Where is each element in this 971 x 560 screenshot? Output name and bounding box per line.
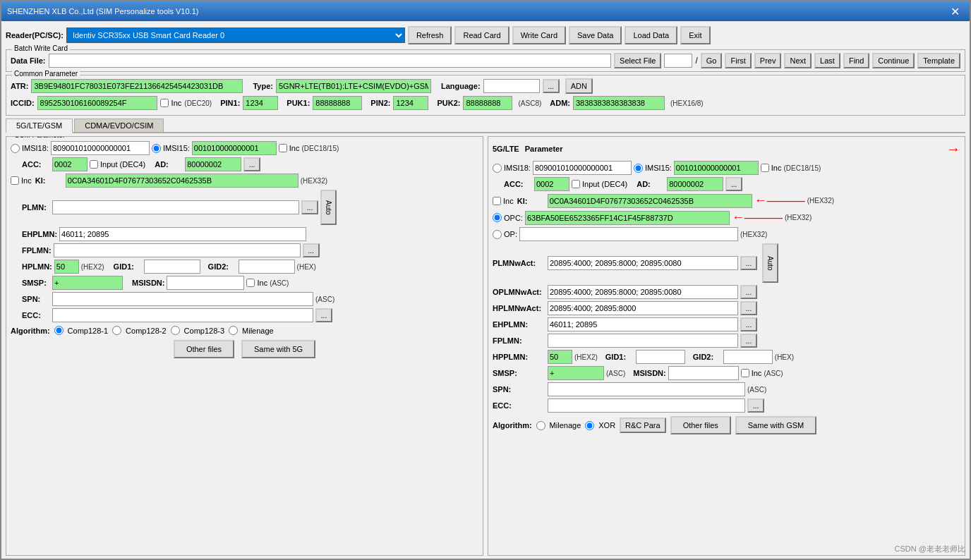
adm-input[interactable] (573, 96, 665, 110)
gsm-msisdn-input[interactable] (167, 276, 244, 290)
lte-ehplmn-input[interactable] (548, 317, 738, 331)
continue-button[interactable]: Continue (872, 53, 915, 68)
gsm-imsi18-input[interactable] (51, 141, 150, 155)
lte-oplmnwact-ellipsis[interactable]: ... (740, 285, 757, 299)
close-button[interactable]: ✕ (946, 4, 964, 20)
last-button[interactable]: Last (814, 53, 840, 68)
lte-ecc-input[interactable] (548, 398, 745, 413)
lte-milenage-radio[interactable] (536, 421, 545, 430)
adn-button[interactable]: ADN (565, 78, 593, 94)
gsm-hplmn-input[interactable] (54, 260, 79, 274)
lte-ehplmn-ellipsis[interactable]: ... (740, 317, 757, 331)
lte-other-files-button[interactable]: Other files (670, 416, 731, 434)
template-button[interactable]: Template (917, 53, 960, 68)
type-input[interactable] (276, 79, 431, 93)
lte-imsi18-input[interactable] (533, 161, 632, 175)
read-card-button[interactable]: Read Card (454, 26, 509, 44)
language-ellipsis[interactable]: ... (543, 79, 560, 93)
first-button[interactable]: First (725, 53, 751, 68)
gsm-ehplmn-input[interactable] (59, 227, 306, 241)
batch-data-file-input[interactable] (49, 54, 612, 68)
atr-input[interactable] (31, 79, 243, 93)
language-input[interactable] (483, 79, 540, 93)
gsm-same-with-5g-button[interactable]: Same with 5G (241, 340, 315, 358)
go-button[interactable]: Go (701, 53, 723, 68)
lte-rc-para-button[interactable]: R&C Para (620, 418, 666, 433)
lte-ad-ellipsis[interactable]: ... (725, 177, 742, 191)
lte-auto-button[interactable]: Auto (762, 243, 778, 283)
lte-hplmnwact-ellipsis[interactable]: ... (740, 301, 757, 315)
lte-opc-input[interactable] (525, 211, 730, 225)
lte-acc-input[interactable] (534, 177, 569, 191)
gsm-imsi15-radio[interactable] (152, 144, 161, 153)
select-file-button[interactable]: Select File (614, 53, 661, 68)
lte-gid1-input[interactable] (636, 350, 685, 364)
gsm-ad-ellipsis[interactable]: ... (243, 157, 260, 171)
lte-fplmn-input[interactable] (548, 334, 738, 348)
gsm-auto-button[interactable]: Auto (320, 190, 337, 225)
gsm-fplmn-ellipsis[interactable]: ... (303, 243, 320, 257)
lte-op-radio[interactable] (493, 230, 502, 239)
gsm-comp128-1-radio[interactable] (54, 326, 64, 335)
gsm-input-dec4-check[interactable] (90, 160, 98, 169)
gsm-ad-input[interactable] (185, 157, 241, 171)
save-data-button[interactable]: Save Data (569, 26, 622, 44)
lte-same-with-gsm-button[interactable]: Same with GSM (735, 416, 816, 434)
lte-fplmn-ellipsis[interactable]: ... (740, 334, 757, 348)
lte-op-input[interactable] (519, 227, 738, 241)
puk1-input[interactable] (313, 96, 362, 110)
gsm-plmn-input[interactable] (52, 200, 299, 214)
lte-plmnwact-ellipsis[interactable]: ... (740, 256, 757, 270)
puk2-input[interactable] (463, 96, 512, 110)
prev-button[interactable]: Prev (754, 53, 782, 68)
lte-hplmnwact-input[interactable] (548, 301, 738, 315)
lte-input-dec4-check[interactable] (572, 180, 580, 188)
lte-ecc-ellipsis[interactable]: ... (747, 398, 764, 413)
load-data-button[interactable]: Load Data (625, 26, 677, 44)
lte-plmnwact-input[interactable] (548, 256, 738, 270)
lte-xor-radio[interactable] (585, 421, 594, 430)
gsm-ki-inc-check[interactable] (11, 176, 19, 185)
gsm-ecc-ellipsis[interactable]: ... (315, 308, 332, 322)
gsm-acc-input[interactable] (52, 157, 88, 171)
gsm-msisdn-inc-check[interactable] (246, 279, 255, 287)
next-button[interactable]: Next (784, 53, 812, 68)
lte-msisdn-inc-check[interactable] (741, 369, 749, 377)
lte-ad-input[interactable] (667, 177, 723, 191)
gsm-smsp-input[interactable] (52, 276, 123, 290)
tab-cdma-evdo-csim[interactable]: CDMA/EVDO/CSIM (74, 118, 164, 132)
gsm-gid2-input[interactable] (239, 260, 295, 274)
write-card-button[interactable]: Write Card (512, 26, 566, 44)
exit-button[interactable]: Exit (680, 26, 710, 44)
lte-gid2-input[interactable] (723, 350, 773, 364)
gsm-comp128-2-radio[interactable] (112, 326, 121, 335)
lte-msisdn-input[interactable] (668, 366, 739, 380)
gsm-fplmn-input[interactable] (54, 243, 301, 257)
gsm-other-files-button[interactable]: Other files (174, 340, 234, 358)
reader-select[interactable]: Identiv SCR35xx USB Smart Card Reader 0 (66, 28, 405, 43)
iccid-inc-check[interactable] (160, 99, 169, 107)
lte-ki-inc-check[interactable] (493, 197, 501, 205)
refresh-button[interactable]: Refresh (408, 26, 452, 44)
gsm-imsi-inc-check[interactable] (279, 144, 287, 152)
gsm-plmn-ellipsis[interactable]: ... (301, 200, 318, 214)
lte-smsp-input[interactable] (548, 366, 604, 380)
pin1-input[interactable] (243, 96, 278, 110)
lte-hpplmn-input[interactable] (548, 350, 572, 364)
pin2-input[interactable] (393, 96, 428, 110)
tab-5g-lte-gsm[interactable]: 5G/LTE/GSM (6, 118, 73, 133)
lte-ki-input[interactable] (548, 194, 752, 208)
iccid-input[interactable] (37, 96, 157, 110)
gsm-imsi15-input[interactable] (192, 141, 277, 155)
lte-imsi15-input[interactable] (674, 161, 759, 175)
find-button[interactable]: Find (843, 53, 869, 68)
gsm-comp128-3-radio[interactable] (171, 326, 180, 335)
gsm-imsi18-radio[interactable] (11, 144, 20, 153)
gsm-ecc-input[interactable] (52, 308, 313, 322)
gsm-milenage-radio[interactable] (229, 326, 238, 335)
lte-imsi15-radio[interactable] (634, 164, 643, 173)
lte-imsi-inc-check[interactable] (761, 164, 769, 172)
batch-current-field[interactable] (664, 54, 692, 68)
gsm-gid1-input[interactable] (144, 260, 200, 274)
lte-imsi18-radio[interactable] (493, 164, 502, 173)
